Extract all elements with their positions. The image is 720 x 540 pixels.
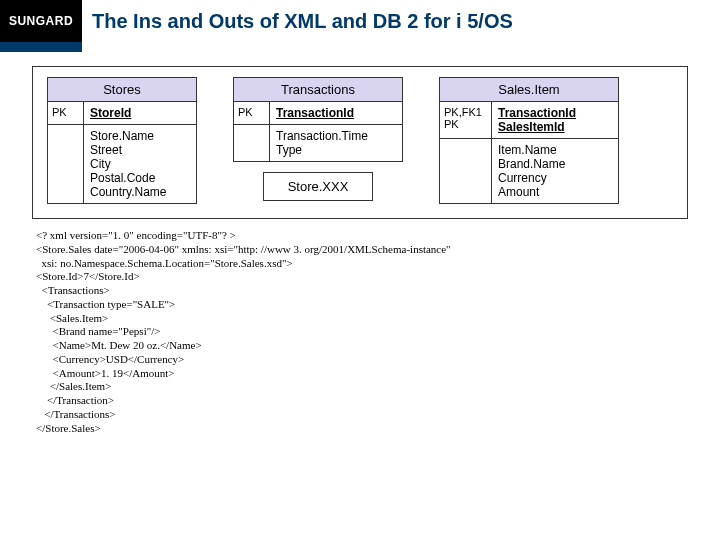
entity-stores-fields: Store.Name Street City Postal.Code Count… <box>84 125 196 203</box>
entity-transactions-empty-pk <box>234 125 270 161</box>
entity-stores-empty-pk <box>48 125 84 203</box>
entity-transactions-pk-field: TransactionId <box>270 102 402 124</box>
xml-sample: <? xml version="1. 0" encoding="UTF-8"? … <box>36 229 684 435</box>
entity-stores-pk-field: StoreId <box>84 102 196 124</box>
page-title: The Ins and Outs of XML and DB 2 for i 5… <box>82 10 513 33</box>
entity-salesitem-pk-field: TransactionId SalesItemId <box>492 102 618 138</box>
entity-salesitem-fields: Item.Name Brand.Name Currency Amount <box>492 139 618 203</box>
entity-transactions-fields-row: Transaction.Time Type <box>234 125 402 161</box>
entity-stores-body: PK StoreId Store.Name Street City Postal… <box>47 102 197 204</box>
er-diagram-frame: Stores PK StoreId Store.Name Street City… <box>32 66 688 219</box>
entity-transactions-title: Transactions <box>233 77 403 102</box>
logo-box: SUNGARD <box>0 0 82 42</box>
entity-stores-fields-row: Store.Name Street City Postal.Code Count… <box>48 125 196 203</box>
entity-transactions-pk-label: PK <box>234 102 270 124</box>
entity-transactions: Transactions PK TransactionId Transactio… <box>233 77 403 204</box>
er-diagram: Stores PK StoreId Store.Name Street City… <box>47 77 673 204</box>
logo-text: SUNGARD <box>9 14 73 28</box>
entity-salesitem-empty-pk <box>440 139 492 203</box>
entity-salesitem-fields-row: Item.Name Brand.Name Currency Amount <box>440 139 618 203</box>
logo-accent-strip <box>0 42 82 52</box>
entity-salesitem-pk-label: PK,FK1 PK <box>440 102 492 138</box>
entity-stores: Stores PK StoreId Store.Name Street City… <box>47 77 197 204</box>
entity-stores-title: Stores <box>47 77 197 102</box>
entity-salesitem-body: PK,FK1 PK TransactionId SalesItemId Item… <box>439 102 619 204</box>
entity-salesitem-pk-row: PK,FK1 PK TransactionId SalesItemId <box>440 102 618 139</box>
entity-transactions-pk-row: PK TransactionId <box>234 102 402 125</box>
entity-stores-pk-label: PK <box>48 102 84 124</box>
entity-transactions-body: PK TransactionId Transaction.Time Type <box>233 102 403 162</box>
entity-transactions-fields: Transaction.Time Type <box>270 125 402 161</box>
entity-salesitem-title: Sales.Item <box>439 77 619 102</box>
entity-store-xxx: Store.XXX <box>263 172 373 201</box>
entity-salesitem: Sales.Item PK,FK1 PK TransactionId Sales… <box>439 77 619 204</box>
entity-stores-pk-row: PK StoreId <box>48 102 196 125</box>
header: SUNGARD The Ins and Outs of XML and DB 2… <box>0 0 720 42</box>
